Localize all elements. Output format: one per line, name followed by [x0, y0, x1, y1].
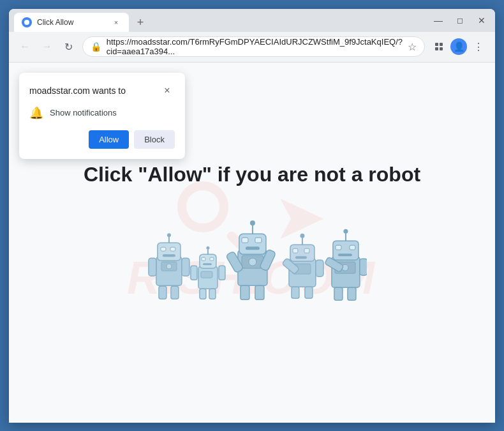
- svg-point-45: [300, 233, 304, 238]
- reload-button[interactable]: ↻: [61, 38, 77, 56]
- url-text: https://moadsstar.com/T6rmRyFGmDPYAECIAI…: [107, 37, 403, 56]
- svg-rect-23: [203, 263, 212, 265]
- robots-svg: [137, 206, 367, 308]
- popup-buttons: Allow Block: [29, 130, 175, 149]
- svg-rect-5: [158, 243, 181, 261]
- svg-rect-34: [255, 238, 262, 243]
- svg-rect-1: [440, 43, 443, 46]
- svg-rect-10: [163, 254, 175, 257]
- popup-permission-row: 🔔 Show notifications: [29, 106, 175, 120]
- menu-button[interactable]: ⋮: [470, 38, 487, 56]
- svg-rect-16: [182, 258, 189, 276]
- svg-rect-39: [255, 285, 264, 299]
- svg-rect-3: [440, 47, 443, 50]
- svg-rect-53: [316, 260, 323, 276]
- svg-point-20: [206, 246, 209, 249]
- svg-rect-47: [304, 248, 309, 253]
- svg-rect-60: [338, 253, 352, 256]
- svg-point-7: [167, 233, 171, 237]
- bell-icon: 🔔: [29, 106, 43, 120]
- security-icon: 🔒: [91, 42, 101, 52]
- tab-close-button[interactable]: ×: [111, 17, 121, 27]
- svg-point-57: [343, 229, 348, 233]
- svg-rect-14: [171, 286, 179, 299]
- svg-rect-26: [209, 289, 216, 299]
- main-heading: Click "Allow" if you are not a robot: [84, 163, 420, 186]
- page-content: ➤ RISH.COM moadsstar.com wants to × 🔔 Sh…: [9, 63, 495, 423]
- robots-illustration: [84, 206, 420, 308]
- svg-rect-59: [350, 245, 355, 250]
- svg-rect-58: [336, 245, 341, 250]
- svg-rect-22: [210, 257, 214, 261]
- svg-rect-46: [293, 248, 298, 253]
- svg-rect-33: [242, 238, 248, 243]
- allow-button[interactable]: Allow: [89, 130, 129, 149]
- window-controls: — ◻ ✕: [430, 12, 490, 29]
- permission-text: Show notifications: [50, 108, 117, 117]
- svg-rect-24: [201, 271, 212, 278]
- svg-rect-0: [435, 43, 438, 46]
- popup-close-button[interactable]: ×: [159, 83, 175, 98]
- svg-rect-15: [149, 258, 156, 276]
- block-button[interactable]: Block: [134, 130, 175, 149]
- svg-rect-8: [161, 247, 166, 251]
- svg-rect-66: [360, 259, 367, 275]
- svg-point-32: [250, 220, 255, 225]
- popup-header: moadsstar.com wants to ×: [29, 83, 175, 98]
- svg-rect-63: [334, 287, 343, 300]
- svg-rect-30: [239, 234, 266, 254]
- svg-rect-48: [295, 256, 307, 259]
- svg-rect-2: [435, 47, 438, 50]
- maximize-button[interactable]: ◻: [452, 12, 468, 29]
- popup-title: moadsstar.com wants to: [29, 86, 126, 96]
- browser-window: Click Allow × + — ◻ ✕ ← → ↻ 🔒 https://mo…: [9, 9, 495, 423]
- svg-rect-13: [159, 286, 167, 299]
- user-avatar[interactable]: 👤: [450, 38, 467, 55]
- svg-rect-25: [200, 289, 206, 299]
- svg-rect-28: [219, 266, 225, 280]
- svg-rect-38: [241, 285, 249, 299]
- svg-point-12: [167, 264, 172, 269]
- tab-favicon: [22, 17, 32, 27]
- minimize-button[interactable]: —: [430, 12, 447, 29]
- svg-rect-35: [246, 246, 260, 250]
- svg-rect-9: [170, 247, 175, 251]
- svg-rect-51: [305, 287, 313, 298]
- svg-rect-55: [333, 241, 359, 260]
- svg-point-37: [249, 258, 256, 266]
- svg-rect-64: [348, 287, 356, 300]
- active-tab[interactable]: Click Allow ×: [14, 13, 129, 32]
- title-bar: Click Allow × + — ◻ ✕: [9, 9, 495, 32]
- close-button[interactable]: ✕: [473, 12, 490, 29]
- main-content: Click "Allow" if you are not a robot: [84, 163, 420, 308]
- svg-rect-21: [202, 257, 205, 261]
- tab-area: Click Allow × +: [14, 9, 425, 32]
- permission-popup: moadsstar.com wants to × 🔔 Show notifica…: [19, 73, 185, 159]
- svg-rect-50: [292, 287, 299, 298]
- bookmark-icon[interactable]: ☆: [408, 41, 417, 53]
- new-tab-button[interactable]: +: [131, 14, 149, 32]
- forward-button[interactable]: →: [38, 38, 55, 56]
- back-button[interactable]: ←: [17, 38, 33, 56]
- url-bar[interactable]: 🔒 https://moadsstar.com/T6rmRyFGmDPYAECI…: [82, 36, 425, 57]
- svg-rect-18: [200, 254, 216, 268]
- svg-rect-27: [191, 266, 197, 280]
- address-bar: ← → ↻ 🔒 https://moadsstar.com/T6rmRyFGmD…: [9, 32, 495, 63]
- toolbar-icons: 👤 ⋮: [430, 38, 487, 56]
- extensions-button[interactable]: [430, 38, 448, 56]
- tab-title: Click Allow: [37, 18, 106, 27]
